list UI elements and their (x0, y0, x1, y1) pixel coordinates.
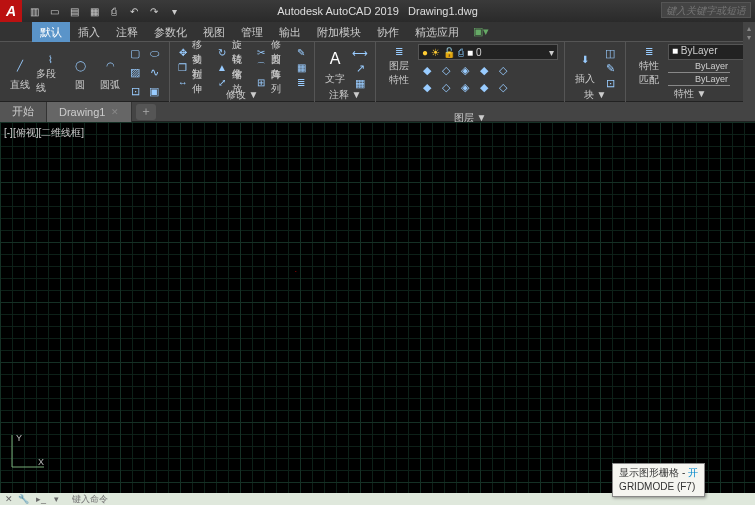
ribbon-scroll[interactable]: ▴▾ (743, 22, 755, 120)
tab-end-icon[interactable]: ▣▾ (473, 25, 489, 38)
chevron-down-icon: ▾ (549, 47, 554, 58)
polyline-icon: ⌇ (39, 54, 61, 65)
layer-tool-6[interactable]: ◆ (418, 78, 436, 96)
qat-plot-icon[interactable]: ⎙ (106, 3, 122, 19)
print-icon: ⎙ (458, 47, 464, 58)
circle-icon: ◯ (69, 54, 91, 76)
layer-tool-7[interactable]: ◇ (437, 78, 455, 96)
cmd-wrench-icon[interactable]: 🔧 (18, 494, 32, 504)
layer-tool-grid: ◆◇◈◆◇ ◆◇◈◆◇ (418, 61, 558, 111)
panel-modify: ✥移动 ↻旋转 ✂修剪 ✎ ❐复制 ▲镜像 ⌒圆角 ▦ ↔拉伸 ⤢缩放 ⊞阵列 … (170, 42, 315, 102)
lock-icon: 🔓 (443, 47, 455, 58)
panel-block-label[interactable]: 块 ▼ (571, 88, 619, 103)
hatch-icon[interactable]: ▨ (126, 63, 144, 81)
arc-button[interactable]: ◠圆弧 (96, 52, 124, 92)
panel-block: ⬇插入 ◫ ✎ ⊡ 块 ▼ (565, 42, 626, 102)
doctab-add-button[interactable]: ＋ (136, 104, 156, 120)
window-title: Autodesk AutoCAD 2019 Drawing1.dwg (277, 5, 478, 17)
point-icon[interactable]: ⊡ (126, 82, 144, 100)
scale-icon: ⤢ (215, 75, 228, 89)
panel-draw: ╱直线 ⌇多段线 ◯圆 ◠圆弧 ▢ ⬭ ▨ ∿ ⊡ ▣ 绘图 ▼ (0, 42, 170, 102)
color-dropdown[interactable]: ■ ByLayer (668, 44, 748, 60)
layer-props-button[interactable]: ≣图层 特性 (382, 44, 416, 84)
rotate-icon: ↻ (215, 45, 228, 59)
array-icon: ⊞ (255, 75, 268, 89)
quick-access-toolbar: ▥ ▭ ▤ ▦ ⎙ ↶ ↷ ▾ (26, 3, 182, 19)
insert-block-button[interactable]: ⬇插入 (571, 46, 599, 86)
tab-insert[interactable]: 插入 (70, 22, 108, 42)
match-props-icon: ≣ (638, 46, 660, 57)
layer-tool-9[interactable]: ◆ (475, 78, 493, 96)
title-bar: A ▥ ▭ ▤ ▦ ⎙ ↶ ↷ ▾ Autodesk AutoCAD 2019 … (0, 0, 755, 22)
layer-tool-1[interactable]: ◆ (418, 61, 436, 79)
qat-save-icon[interactable]: ▤ (66, 3, 82, 19)
panel-props-label[interactable]: 特性 ▼ (632, 87, 748, 102)
tab-featured[interactable]: 精选应用 (407, 22, 467, 42)
match-props-button[interactable]: ≣特性 匹配 (632, 44, 666, 84)
layer-tool-3[interactable]: ◈ (456, 61, 474, 79)
copy-icon: ❐ (176, 60, 189, 74)
document-tabs: 开始 Drawing1✕ ＋ (0, 102, 755, 122)
close-icon[interactable]: ✕ (111, 107, 119, 117)
drawing-canvas[interactable]: [-][俯视][二维线框] Y X (0, 122, 755, 493)
color-swatch-icon: ■ (467, 47, 473, 58)
offset-icon: ≣ (294, 75, 308, 89)
layer-tool-4[interactable]: ◆ (475, 61, 493, 79)
fillet-icon: ⌒ (255, 60, 268, 74)
cmd-close-icon[interactable]: ✕ (4, 494, 14, 504)
layer-tool-2[interactable]: ◇ (437, 61, 455, 79)
qat-saveas-icon[interactable]: ▦ (86, 3, 102, 19)
region-icon[interactable]: ▣ (145, 82, 163, 100)
cmd-chevron-icon[interactable]: ▾ (54, 494, 68, 504)
qat-redo-icon[interactable]: ↷ (146, 3, 162, 19)
tooltip-state: 开 (688, 467, 698, 478)
search-input[interactable] (661, 2, 751, 18)
tab-collab[interactable]: 协作 (369, 22, 407, 42)
line-button[interactable]: ╱直线 (6, 52, 34, 92)
linetype-dropdown[interactable]: ByLayer (668, 74, 730, 86)
sun-icon: ☀ (431, 47, 440, 58)
mirror-icon: ▲ (215, 60, 228, 74)
layer-tool-10[interactable]: ◇ (494, 78, 512, 96)
app-logo[interactable]: A (0, 0, 22, 22)
circle-button[interactable]: ◯圆 (66, 52, 94, 92)
tab-annotate[interactable]: 注释 (108, 22, 146, 42)
layer-tool-5[interactable]: ◇ (494, 61, 512, 79)
viewport-label[interactable]: [-][俯视][二维线框] (4, 126, 84, 140)
extra2-button[interactable]: ▦ (294, 59, 308, 75)
ribbon: ╱直线 ⌇多段线 ◯圆 ◠圆弧 ▢ ⬭ ▨ ∿ ⊡ ▣ 绘图 ▼ ✥移动 ↻旋转… (0, 42, 755, 102)
app-name: Autodesk AutoCAD 2019 (277, 5, 399, 17)
bulb-icon: ● (422, 47, 428, 58)
ellipse-icon[interactable]: ⬭ (145, 44, 163, 62)
cmd-prompt-icon[interactable]: ▸_ (36, 494, 50, 504)
qat-new-icon[interactable]: ▥ (26, 3, 42, 19)
explode-icon: ▦ (294, 60, 308, 74)
doctab-start[interactable]: 开始 (0, 102, 47, 122)
rect-icon[interactable]: ▢ (126, 44, 144, 62)
panel-layer: ≣图层 特性 ● ☀ 🔓 ⎙ ■ 0 ▾ ◆◇◈◆◇ ◆◇◈◆◇ 图层 ▼ (376, 42, 565, 102)
insert-block-icon: ⬇ (574, 48, 596, 70)
tab-addins[interactable]: 附加模块 (309, 22, 369, 42)
polyline-button[interactable]: ⌇多段线 (36, 52, 64, 92)
arc-icon: ◠ (99, 54, 121, 76)
panel-annotation-label[interactable]: 注释 ▼ (321, 88, 369, 103)
layer-dropdown[interactable]: ● ☀ 🔓 ⎙ ■ 0 ▾ (418, 44, 558, 60)
lineweight-dropdown[interactable]: ByLayer (668, 61, 730, 73)
ribbon-tabs: 默认 插入 注释 参数化 视图 管理 输出 附加模块 协作 精选应用 ▣▾ (0, 22, 755, 42)
text-button[interactable]: A文字 (321, 46, 349, 86)
tab-parametric[interactable]: 参数化 (146, 22, 195, 42)
tab-default[interactable]: 默认 (32, 22, 70, 42)
stretch-icon: ↔ (176, 75, 189, 89)
tooltip-title: 显示图形栅格 (619, 467, 679, 478)
ucs-icon[interactable]: Y X (8, 431, 48, 473)
panel-modify-label[interactable]: 修改 ▼ (176, 88, 308, 103)
layer-tool-8[interactable]: ◈ (456, 78, 474, 96)
qat-dropdown-icon[interactable]: ▾ (166, 3, 182, 19)
qat-open-icon[interactable]: ▭ (46, 3, 62, 19)
spline-icon[interactable]: ∿ (145, 63, 163, 81)
qat-undo-icon[interactable]: ↶ (126, 3, 142, 19)
extra1-button[interactable]: ✎ (294, 44, 308, 60)
doctab-drawing1[interactable]: Drawing1✕ (47, 102, 132, 122)
ucs-x-label: X (38, 457, 44, 467)
text-icon: A (324, 48, 346, 70)
